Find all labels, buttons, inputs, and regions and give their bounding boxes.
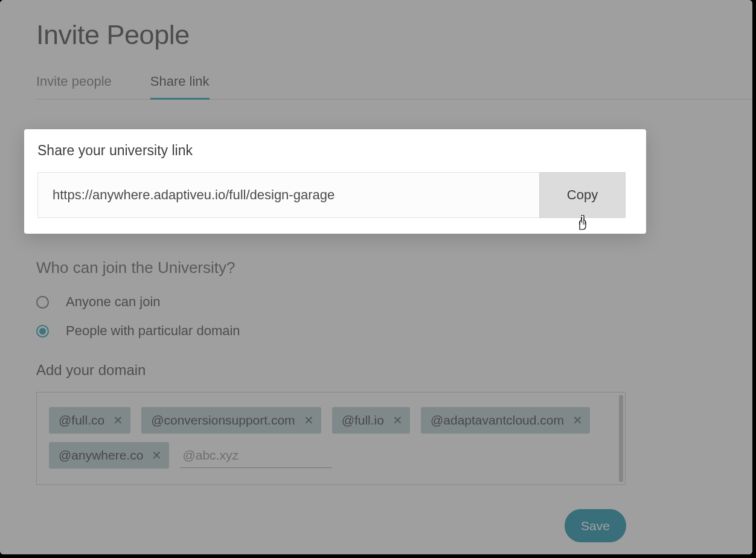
chip-label: @anywhere.co xyxy=(59,448,143,463)
who-can-join-heading: Who can join the University? xyxy=(36,258,752,277)
domain-chip: @full.io ✕ xyxy=(332,407,410,434)
radio-label: People with particular domain xyxy=(66,323,240,339)
window: Invite People Invite people Share link W… xyxy=(0,0,752,554)
chip-label: @conversionsupport.com xyxy=(151,413,295,428)
chip-label: @adaptavantcloud.com xyxy=(431,413,564,428)
close-icon[interactable]: ✕ xyxy=(113,414,123,426)
close-icon[interactable]: ✕ xyxy=(572,414,583,426)
radio-icon xyxy=(36,325,49,338)
share-link-heading: Share your university link xyxy=(37,143,626,159)
chip-label: @full.co xyxy=(59,413,104,428)
save-button[interactable]: Save xyxy=(565,509,626,542)
domain-chip: @full.co ✕ xyxy=(49,407,130,434)
tabs: Invite people Share link xyxy=(36,74,752,100)
domain-chip: @conversionsupport.com ✕ xyxy=(141,407,321,434)
share-link-input[interactable] xyxy=(37,172,539,218)
lower-section: Who can join the University? Anyone can … xyxy=(36,258,752,485)
chip-label: @full.io xyxy=(342,413,384,428)
page-title: Invite People xyxy=(36,19,752,51)
radio-icon xyxy=(36,296,49,309)
domain-chip: @adaptavantcloud.com ✕ xyxy=(421,407,590,434)
domain-chip: @anywhere.co ✕ xyxy=(49,442,169,469)
close-icon[interactable]: ✕ xyxy=(304,414,314,426)
close-icon[interactable]: ✕ xyxy=(152,449,162,461)
radio-label: Anyone can join xyxy=(66,294,161,310)
domain-box[interactable]: @full.co ✕ @conversionsupport.com ✕ @ful… xyxy=(36,392,626,485)
radio-particular-domain[interactable]: People with particular domain xyxy=(36,323,752,339)
add-domain-heading: Add your domain xyxy=(36,362,752,379)
tab-share-link[interactable]: Share link xyxy=(150,74,210,100)
copy-button[interactable]: Copy xyxy=(539,172,626,218)
tab-invite-people[interactable]: Invite people xyxy=(36,74,112,100)
radio-anyone-can-join[interactable]: Anyone can join xyxy=(36,294,752,310)
link-row: Copy xyxy=(37,172,626,218)
share-link-card: Share your university link Copy xyxy=(24,129,646,234)
close-icon[interactable]: ✕ xyxy=(392,414,403,426)
domain-input[interactable] xyxy=(180,443,332,468)
